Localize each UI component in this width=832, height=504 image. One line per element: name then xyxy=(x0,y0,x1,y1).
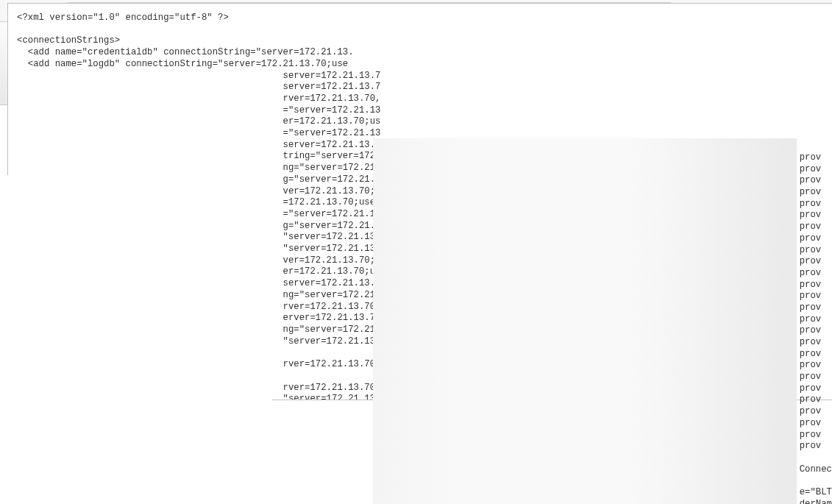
redaction-overlay-left xyxy=(7,175,272,504)
xml-right-fragments: provprovprovprovprovprovprovprovprovprov… xyxy=(800,152,832,504)
redaction-overlay-main xyxy=(373,138,797,504)
